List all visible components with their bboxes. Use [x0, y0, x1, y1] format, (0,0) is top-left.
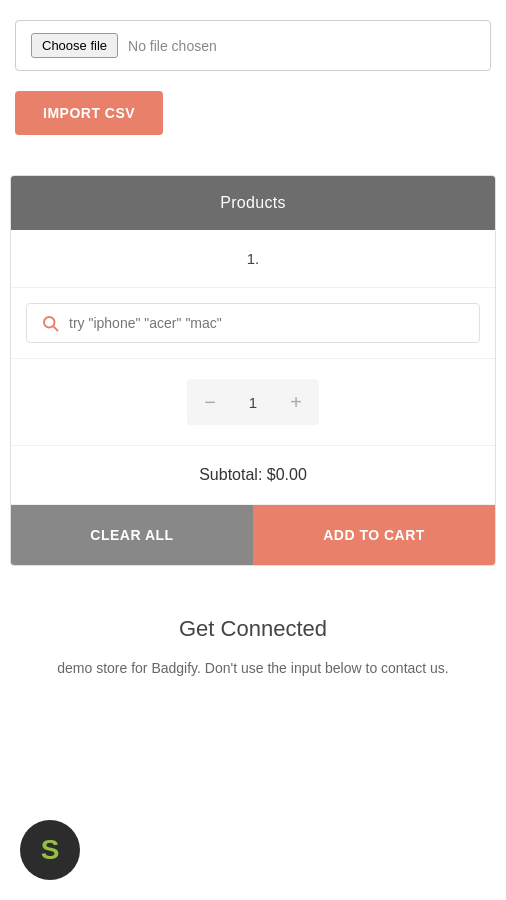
no-file-label: No file chosen — [128, 38, 217, 54]
get-connected-title: Get Connected — [20, 616, 486, 642]
quantity-decrease-button[interactable]: − — [187, 379, 233, 425]
search-section — [11, 288, 495, 359]
quantity-section: − 1 + — [11, 359, 495, 446]
get-connected-description: demo store for Badgify. Don't use the in… — [20, 657, 486, 679]
products-section: Products 1. − 1 + Subtotal: $0.00 CLEAR … — [10, 175, 496, 566]
quantity-control: − 1 + — [187, 379, 319, 425]
shopify-icon: S — [41, 834, 60, 866]
action-buttons: CLEAR ALL ADD TO CART — [11, 505, 495, 565]
products-header: Products — [11, 176, 495, 230]
file-input-wrapper: Choose file No file chosen — [15, 20, 491, 71]
choose-file-button[interactable]: Choose file — [31, 33, 118, 58]
search-icon — [41, 314, 59, 332]
quantity-value: 1 — [233, 394, 273, 411]
clear-all-button[interactable]: CLEAR ALL — [11, 505, 253, 565]
search-wrapper — [26, 303, 480, 343]
product-number: 1. — [11, 230, 495, 288]
svg-line-1 — [53, 326, 57, 330]
subtotal-section: Subtotal: $0.00 — [11, 446, 495, 505]
import-csv-button[interactable]: IMPORT CSV — [15, 91, 163, 135]
add-to-cart-button[interactable]: ADD TO CART — [253, 505, 495, 565]
products-title: Products — [220, 194, 286, 211]
shopify-badge[interactable]: S — [20, 820, 80, 880]
subtotal-text: Subtotal: $0.00 — [199, 466, 307, 483]
quantity-increase-button[interactable]: + — [273, 379, 319, 425]
file-section: Choose file No file chosen IMPORT CSV — [0, 0, 506, 145]
search-input[interactable] — [69, 315, 465, 331]
get-connected-section: Get Connected demo store for Badgify. Do… — [0, 566, 506, 709]
